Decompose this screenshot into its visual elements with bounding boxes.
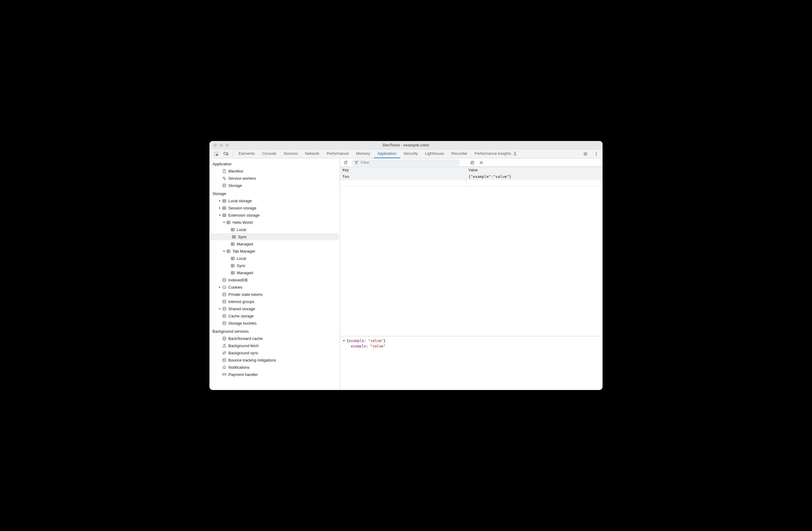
preview-brace-close: } (383, 339, 386, 343)
sidebar-item-bounce-tracking-mitigations[interactable]: Bounce tracking mitigations (209, 356, 340, 364)
tab-label: Lighthouse (425, 151, 444, 156)
preview-sep: : (364, 339, 368, 343)
application-sidebar[interactable]: ApplicationManifestService workersStorag… (209, 158, 340, 390)
tab-label: Performance insights (475, 151, 511, 156)
sidebar-item-label: Notifications (228, 365, 250, 370)
sidebar-item-background-sync[interactable]: Background sync (209, 349, 340, 356)
sidebar-item-extension-storage[interactable]: Extension storage (209, 211, 340, 219)
sidebar-item-cache-storage[interactable]: Cache storage (209, 312, 340, 320)
device-toolbar-icon[interactable] (223, 151, 229, 157)
sidebar-item-shared-storage[interactable]: Shared storage (209, 305, 340, 312)
tab-network[interactable]: Network (302, 149, 323, 158)
sidebar-item-storage-buckets[interactable]: Storage buckets (209, 320, 340, 327)
tab-label: Performance (327, 151, 349, 156)
filter-input[interactable] (361, 160, 457, 165)
zoom-window-button[interactable] (226, 143, 229, 147)
sidebar-item-local[interactable]: Local (209, 226, 340, 233)
table-icon (230, 227, 235, 232)
value-preview-pane[interactable]: {example: "value"} example: "value" (340, 336, 603, 390)
tab-label: Network (305, 151, 320, 156)
table-icon (230, 256, 235, 261)
sidebar-item-session-storage[interactable]: Session storage (209, 204, 340, 211)
sidebar-item-label: Bounce tracking mitigations (228, 358, 276, 363)
table-row[interactable]: foo{"example":"value"} (340, 173, 603, 180)
disclosure-triangle-icon[interactable] (343, 339, 345, 342)
sidebar-item-sync[interactable]: Sync (209, 262, 340, 269)
sidebar-item-label: Cookies (228, 285, 243, 290)
storage-table: Key Value foo{"example":"value"} (340, 167, 603, 336)
database-icon (221, 336, 227, 341)
sidebar-item-cookies[interactable]: Cookies (209, 283, 340, 291)
tab-memory[interactable]: Memory (352, 149, 374, 158)
tab-application[interactable]: Application (374, 149, 400, 158)
table-row-empty[interactable] (340, 180, 603, 187)
refresh-icon[interactable] (343, 159, 349, 166)
devtools-window: DevTools - example.com/ ElementsConsoleS… (209, 141, 603, 390)
tab-performance-insights[interactable]: Performance insights (471, 149, 521, 158)
sidebar-item-interest-groups[interactable]: Interest groups (209, 298, 340, 305)
disclosure-triangle-icon (222, 221, 226, 224)
tab-label: Console (262, 151, 276, 156)
disclosure-triangle-icon (218, 286, 221, 289)
gears-icon (221, 176, 227, 181)
sidebar-item-indexeddb[interactable]: IndexedDB (209, 276, 340, 283)
delete-selected-icon[interactable] (478, 159, 484, 166)
filter-box[interactable] (351, 159, 460, 166)
sidebar-item-label: Local (237, 227, 246, 232)
property-value: "value" (370, 344, 386, 348)
tab-label: Security (404, 151, 418, 156)
property-key: example (351, 344, 366, 348)
minimize-window-button[interactable] (219, 143, 223, 147)
database-icon (221, 358, 227, 363)
sidebar-group-application: Application (209, 159, 340, 167)
column-header-key[interactable]: Key (340, 167, 466, 173)
database-icon (221, 321, 227, 325)
sidebar-item-label: Interest groups (228, 299, 255, 304)
sidebar-item-managed[interactable]: Managed (209, 269, 340, 276)
titlebar: DevTools - example.com/ (209, 141, 603, 149)
sidebar-item-managed[interactable]: Managed (209, 240, 340, 248)
settings-icon[interactable] (582, 151, 589, 157)
sidebar-item-label: Back/forward cache (228, 336, 263, 341)
sidebar-item-service-workers[interactable]: Service workers (209, 175, 340, 182)
tab-recorder[interactable]: Recorder (448, 149, 471, 158)
sidebar-item-notifications[interactable]: Notifications (209, 364, 340, 371)
sidebar-item-label: Service workers (228, 176, 256, 181)
sidebar-item-back-forward-cache[interactable]: Back/forward cache (209, 335, 340, 342)
sidebar-item-payment-handler[interactable]: Payment handler (209, 371, 340, 378)
tab-performance[interactable]: Performance (323, 149, 352, 158)
tab-elements[interactable]: Elements (235, 149, 258, 158)
tab-label: Elements (238, 151, 255, 156)
tab-lighthouse[interactable]: Lighthouse (421, 149, 448, 158)
clear-all-icon[interactable] (469, 159, 476, 166)
sidebar-item-hello-world[interactable]: Hello World (209, 219, 340, 226)
sidebar-item-label: Sync (237, 263, 245, 268)
inspect-element-icon[interactable] (213, 151, 220, 157)
table-icon (230, 263, 235, 268)
sidebar-item-background-fetch[interactable]: Background fetch (209, 342, 340, 349)
tab-sources[interactable]: Sources (280, 149, 302, 158)
disclosure-triangle-icon (218, 207, 221, 209)
tab-label: Application (377, 151, 397, 156)
sidebar-group-background-services: Background services (209, 327, 340, 335)
sidebar-item-local[interactable]: Local (209, 255, 340, 262)
sidebar-item-sync[interactable]: Sync (211, 233, 338, 240)
tab-console[interactable]: Console (258, 149, 280, 158)
close-window-button[interactable] (213, 143, 217, 147)
sidebar-item-manifest[interactable]: Manifest (209, 167, 340, 175)
disclosure-triangle-icon (218, 214, 221, 217)
tab-security[interactable]: Security (400, 149, 421, 158)
sidebar-item-label: Storage (228, 183, 242, 188)
sidebar-item-tab-manager[interactable]: Tab Manager (209, 248, 340, 255)
sidebar-item-storage[interactable]: Storage (209, 182, 340, 189)
sidebar-item-label: Background fetch (228, 343, 259, 348)
bell-icon (221, 365, 227, 370)
more-icon[interactable] (593, 151, 599, 157)
table-body[interactable]: foo{"example":"value"} (340, 173, 603, 336)
disclosure-triangle-icon (218, 308, 221, 310)
database-icon (221, 299, 227, 304)
preview-value: "value" (368, 339, 383, 343)
column-header-value[interactable]: Value (466, 167, 603, 173)
sidebar-item-private-state-tokens[interactable]: Private state tokens (209, 291, 340, 298)
sidebar-item-local-storage[interactable]: Local storage (209, 197, 340, 204)
